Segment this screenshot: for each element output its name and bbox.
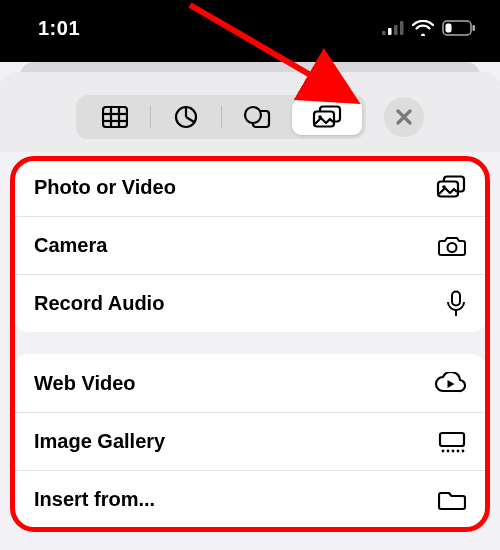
svg-point-28: [452, 449, 455, 452]
svg-rect-3: [400, 21, 404, 35]
close-icon: [396, 109, 412, 125]
status-bar: 1:01: [0, 0, 500, 62]
svg-rect-6: [473, 25, 476, 31]
svg-rect-8: [103, 107, 127, 127]
svg-point-29: [457, 449, 460, 452]
row-label: Web Video: [34, 372, 136, 395]
row-label: Photo or Video: [34, 176, 176, 199]
insert-segmented-control: [76, 95, 366, 139]
row-insert-from[interactable]: Insert from...: [14, 470, 486, 528]
media-icon: [312, 105, 342, 129]
row-label: Record Audio: [34, 292, 164, 315]
row-label: Camera: [34, 234, 107, 257]
media-icon: [436, 175, 466, 199]
tab-shapes[interactable]: [222, 99, 292, 135]
svg-rect-5: [446, 24, 452, 33]
svg-rect-2: [394, 25, 398, 35]
list-group-1: Photo or Video Camera Record Audio: [14, 158, 486, 332]
cloud-play-icon: [434, 372, 466, 394]
sheet-stack: [0, 62, 500, 82]
svg-point-30: [462, 449, 465, 452]
row-image-gallery[interactable]: Image Gallery: [14, 412, 486, 470]
camera-icon: [438, 235, 466, 257]
status-icons: [382, 20, 476, 36]
row-photo-or-video[interactable]: Photo or Video: [14, 158, 486, 216]
table-icon: [102, 106, 128, 128]
cellular-icon: [382, 21, 404, 35]
close-button[interactable]: [384, 97, 424, 137]
row-label: Image Gallery: [34, 430, 165, 453]
insert-toolbar: [0, 82, 500, 152]
svg-rect-1: [388, 28, 392, 35]
svg-rect-25: [440, 433, 464, 446]
svg-point-15: [245, 107, 261, 123]
tab-media[interactable]: [292, 99, 362, 135]
chart-icon: [174, 105, 198, 129]
list-group-2: Web Video Image Gallery: [14, 354, 486, 528]
svg-point-22: [448, 243, 457, 252]
tab-chart[interactable]: [151, 99, 221, 135]
tab-table[interactable]: [80, 99, 150, 135]
battery-icon: [442, 20, 476, 36]
svg-point-27: [447, 449, 450, 452]
row-record-audio[interactable]: Record Audio: [14, 274, 486, 332]
folder-icon: [438, 489, 466, 511]
gallery-icon: [438, 431, 466, 453]
svg-rect-0: [382, 31, 386, 35]
svg-rect-23: [452, 291, 460, 305]
shapes-icon: [243, 105, 271, 129]
svg-point-26: [442, 449, 445, 452]
row-web-video[interactable]: Web Video: [14, 354, 486, 412]
row-camera[interactable]: Camera: [14, 216, 486, 274]
row-label: Insert from...: [34, 488, 155, 511]
microphone-icon: [446, 290, 466, 318]
insert-options: Photo or Video Camera Record Audio: [0, 158, 500, 528]
wifi-icon: [412, 20, 434, 36]
status-time: 1:01: [38, 17, 80, 40]
